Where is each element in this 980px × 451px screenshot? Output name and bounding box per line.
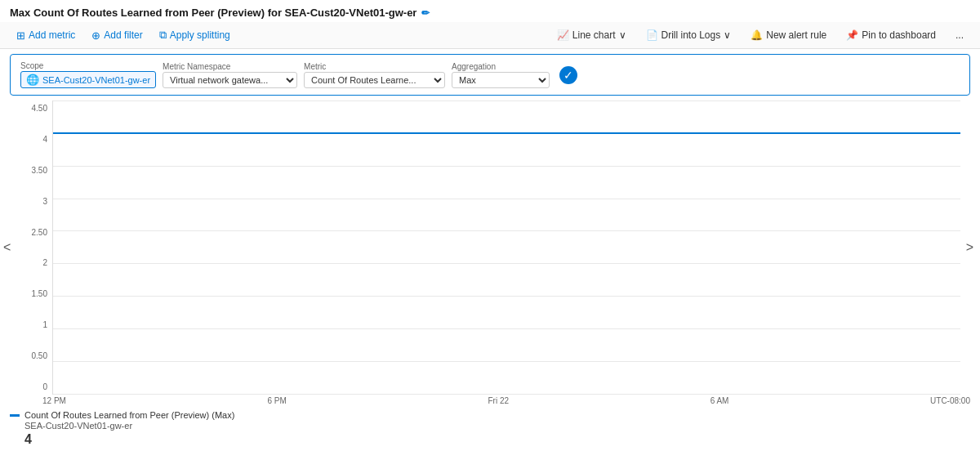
metric-namespace-select[interactable]: Virtual network gatewa...: [163, 72, 297, 88]
add-metric-button[interactable]: ⊞ Add metric: [10, 26, 82, 45]
line-chart-chevron-icon: ∨: [619, 29, 626, 41]
page-title: Max Count Of Routes Learned from Peer (P…: [0, 0, 980, 22]
metric-label: Metric: [304, 62, 445, 71]
scope-label: Scope: [20, 61, 156, 70]
aggregation-column: Aggregation Max Min Avg Sum Count: [452, 62, 550, 88]
add-filter-button[interactable]: ⊕ Add filter: [85, 26, 149, 45]
apply-splitting-icon: ⧉: [159, 29, 167, 42]
toolbar-left: ⊞ Add metric ⊕ Add filter ⧉ Apply splitt…: [10, 25, 237, 45]
filter-row: Scope 🌐 SEA-Cust20-VNet01-gw-er Metric N…: [10, 54, 970, 96]
y-label-3: 3: [42, 197, 47, 206]
line-chart-button[interactable]: 📈 Line chart ∨: [550, 26, 633, 44]
y-label-1: 1: [42, 320, 47, 329]
scope-column: Scope 🌐 SEA-Cust20-VNet01-gw-er: [20, 61, 156, 88]
scope-icon: 🌐: [26, 74, 39, 86]
x-label-6pm: 6 PM: [268, 396, 287, 405]
scope-badge: 🌐 SEA-Cust20-VNet01-gw-er: [20, 71, 156, 88]
metric-column: Metric Count Of Routes Learne...: [304, 62, 445, 88]
y-label-1-50: 1.50: [32, 289, 47, 298]
pin-icon: 📌: [846, 29, 858, 41]
metric-namespace-column: Metric Namespace Virtual network gatewa.…: [163, 62, 297, 88]
y-label-3-50: 3.50: [32, 166, 47, 175]
toolbar-right: 📈 Line chart ∨ 📄 Drill into Logs ∨ 🔔 New…: [550, 26, 970, 44]
y-label-0-50: 0.50: [32, 351, 47, 360]
chart-plot: [52, 100, 960, 395]
x-label-fri22: Fri 22: [488, 396, 509, 405]
drill-logs-chevron-icon: ∨: [724, 29, 731, 41]
chart-left-nav-button[interactable]: <: [3, 240, 11, 255]
pin-to-dashboard-button[interactable]: 📌 Pin to dashboard: [840, 26, 942, 44]
x-label-12pm: 12 PM: [42, 396, 66, 405]
y-label-4-50: 4.50: [32, 104, 47, 113]
y-axis: 4.50 4 3.50 3 2.50 2 1.50 1 0.50 0: [20, 100, 52, 395]
chart-right-nav-button[interactable]: >: [966, 240, 973, 255]
add-filter-icon: ⊕: [91, 29, 100, 42]
x-label-6am: 6 AM: [710, 396, 729, 405]
new-alert-rule-button[interactable]: 🔔 New alert rule: [744, 26, 833, 44]
toolbar: ⊞ Add metric ⊕ Add filter ⧉ Apply splitt…: [0, 22, 980, 49]
drill-logs-icon: 📄: [646, 29, 658, 41]
alert-icon: 🔔: [751, 29, 763, 41]
legend-color-swatch: [10, 414, 20, 417]
aggregation-select[interactable]: Max Min Avg Sum Count: [452, 72, 550, 88]
chart-line-svg: [53, 100, 960, 394]
y-label-2: 2: [42, 258, 47, 267]
y-label-4: 4: [42, 135, 47, 144]
legend: Count Of Routes Learned from Peer (Previ…: [0, 407, 980, 450]
legend-series-name: Count Of Routes Learned from Peer (Previ…: [24, 410, 234, 420]
add-metric-icon: ⊞: [16, 29, 25, 42]
apply-splitting-button[interactable]: ⧉ Apply splitting: [153, 25, 237, 45]
legend-resource-name: SEA-Cust20-VNet01-gw-er: [10, 421, 970, 431]
x-label-utc: UTC-08:00: [930, 396, 970, 405]
metric-namespace-label: Metric Namespace: [163, 62, 297, 71]
chart-area: < 4.50 4 3.50 3 2.50 2 1.50 1 0.50 0: [20, 100, 960, 395]
y-label-2-50: 2.50: [32, 228, 47, 237]
grid-line-0: [53, 394, 960, 395]
legend-series-row: Count Of Routes Learned from Peer (Previ…: [10, 410, 970, 420]
edit-icon[interactable]: ✏: [421, 7, 430, 19]
drill-into-logs-button[interactable]: 📄 Drill into Logs ∨: [639, 26, 738, 44]
x-axis: 12 PM 6 PM Fri 22 6 AM UTC-08:00: [0, 395, 980, 407]
legend-value: 4: [10, 432, 970, 447]
more-options-button[interactable]: ...: [949, 26, 970, 44]
line-chart-icon: 📈: [557, 29, 569, 41]
chart-wrapper: 4.50 4 3.50 3 2.50 2 1.50 1 0.50 0: [20, 100, 960, 395]
y-label-0: 0: [42, 382, 47, 391]
aggregation-label: Aggregation: [452, 62, 550, 71]
apply-check-button[interactable]: ✓: [559, 66, 577, 84]
metric-select[interactable]: Count Of Routes Learne...: [304, 72, 445, 88]
